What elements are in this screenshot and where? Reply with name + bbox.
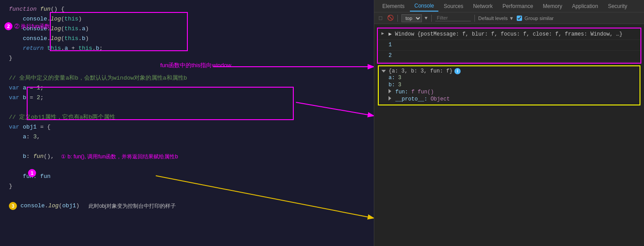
prop-key-b: b: [389,82,398,88]
code-line-13: var obj1 = { [9,122,365,132]
tab-performance[interactable]: Performance [498,1,538,11]
obj-expand-icon [381,70,386,73]
window-text: ▶ Window {postMessage: f, blur: f, focus… [389,31,623,37]
tab-security[interactable]: Security [603,1,632,11]
tab-console[interactable]: Console [410,1,438,12]
number-1-text: 1 [389,42,392,48]
pink-console-box: ▶ ▶ Window {postMessage: f, blur: f, foc… [377,28,641,64]
devtools-toolbar: ⬚ 🚫 top ▼ Default levels ▼ Group similar [374,12,644,24]
prop-val-proto: Object [430,96,450,102]
proto-expand-icon [389,96,391,101]
code-line-18: fun: fun [9,172,365,181]
step2-circle: 2 [4,22,12,30]
prop-key-fun: fun: [395,89,411,95]
step1-circle: 1 [28,169,36,177]
obj-info-icon: i [454,68,461,74]
code-line-21: console.log(obj1) [20,201,80,211]
prop-key-proto: __proto__: [395,96,430,102]
console-obj-output: {a: 3, b: 3, fun: f} i a: 3 b: 3 fun: f … [378,65,640,105]
tab-network[interactable]: Network [469,1,497,11]
tab-sources[interactable]: Sources [439,1,468,11]
obj-prop-fun: fun: f fun() [389,89,637,96]
code-line-8: // 全局中定义的变量a和b，会默认认为window对象的属性a和属性b [9,73,365,83]
clear-icon[interactable]: 🚫 [387,15,394,22]
default-levels-label[interactable]: Default levels ▼ [478,16,514,21]
context-arrow: ▼ [425,16,428,21]
pink-highlight-box-2 [27,87,294,120]
step1-annotation: ① b: fun(), 调用fun函数，并将返回结果赋给属性b [61,152,178,161]
prop-val-fun: f fun() [411,89,433,95]
console-window-entry: ▶ ▶ Window {postMessage: f, blur: f, foc… [378,29,640,40]
step2-label: 2 ② 执行fun函数 [4,22,50,30]
toolbar-divider-1 [397,15,398,22]
tab-application[interactable]: Application [567,1,603,11]
prop-val-b: 3 [398,82,401,88]
step3-circle: 3 [9,202,17,210]
obj-body: a: 3 b: 3 fun: f fun() __proto__: Object [381,74,637,103]
filter-input[interactable] [435,15,471,21]
console-number-2: 2 [378,51,640,61]
obj-prop-b: b: 3 [389,81,637,89]
group-similar-label: Group similar [525,16,554,21]
code-line-17 [9,162,365,172]
step3-annotation: 此时obj对象变为控制台中打印的样子 [89,202,176,210]
pink-highlight-box-1 [50,12,188,51]
obj-header[interactable]: {a: 3, b: 3, fun: f} i [381,68,637,74]
tab-memory[interactable]: Memory [539,1,567,11]
inspect-icon[interactable]: ⬚ [377,15,384,22]
step1-circle-wrapper: 1 [28,169,36,177]
code-panel: function fun() { console.log(this) conso… [0,0,374,246]
step2-text: ② 执行fun函数 [14,23,50,30]
tab-elements[interactable]: Elements [378,1,409,11]
devtools-tabs[interactable]: Elements Console Sources Network Perform… [374,0,644,12]
number-2-text: 2 [389,52,392,59]
prop-val-a: 3 [398,75,401,81]
code-line-19: } [9,181,365,191]
obj-header-text: {a: 3, b: 3, fun: f} [389,68,453,74]
toolbar-divider-3 [474,15,475,22]
toolbar-divider-2 [431,15,432,22]
devtools-console: ▶ ▶ Window {postMessage: f, blur: f, foc… [374,24,644,246]
obj-prop-proto: __proto__: Object [389,96,637,103]
context-select[interactable]: top [401,14,422,22]
console-number-1: 1 [378,40,640,51]
entry-arrow-icon: ▶ [381,30,384,37]
prop-key-a: a: [389,75,398,81]
code-line-20 [9,191,365,201]
devtools-panel: Elements Console Sources Network Perform… [374,0,644,246]
obj-prop-a: a: 3 [389,74,637,81]
group-similar-checkbox[interactable] [517,16,522,21]
code-line-15 [9,142,365,152]
code-line-14: a: 3, [9,132,365,142]
fun-expand-icon [389,89,391,93]
arrow-label-1: fun函数中的this指向window [160,61,231,69]
code-line-16: b: fun(), [9,152,54,161]
